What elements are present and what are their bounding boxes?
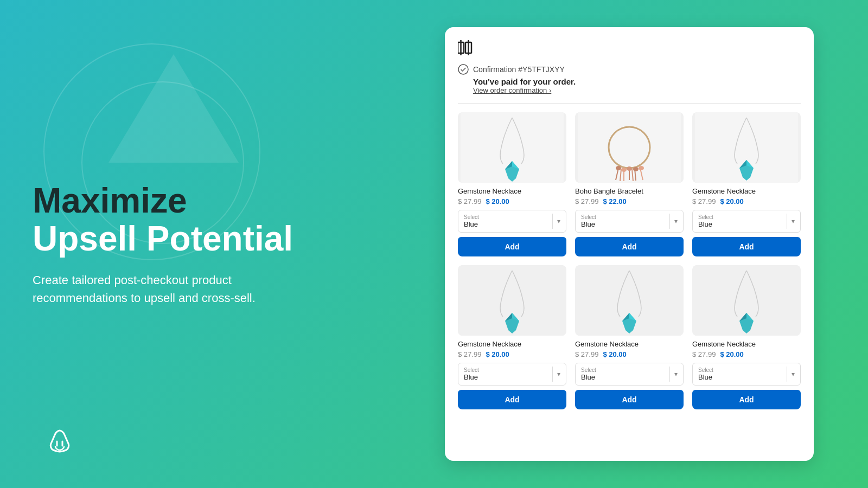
- select-divider-2: [669, 214, 670, 229]
- product-card-5: Gemstone Necklace $ 27.99 $ 20.00 Select…: [575, 265, 684, 409]
- color-select-4[interactable]: Select Blue ▾: [458, 363, 566, 386]
- product-grid: Gemstone Necklace $ 27.99 $ 20.00 Select…: [458, 112, 801, 409]
- select-value-6: Blue: [698, 373, 782, 381]
- product-image-3: [692, 112, 801, 183]
- price-original-6: $ 27.99: [692, 350, 716, 358]
- add-button-3[interactable]: Add: [692, 237, 801, 256]
- color-select-1[interactable]: Select Blue ▾: [458, 210, 566, 233]
- chevron-down-icon-3: ▾: [792, 217, 795, 225]
- product-card-2: Boho Bangle Bracelet $ 27.99 $ 22.00 Sel…: [575, 112, 684, 256]
- price-row-5: $ 27.99 $ 20.00: [575, 350, 684, 358]
- header-divider: [458, 103, 801, 104]
- price-sale-3: $ 20.00: [720, 197, 743, 206]
- headline: Maximize Upsell Potential: [33, 182, 304, 258]
- select-label-3: Select: [698, 215, 782, 220]
- svg-point-24: [639, 166, 644, 170]
- price-original-2: $ 27.99: [575, 197, 598, 206]
- select-value-3: Blue: [698, 220, 782, 228]
- product-image-6: [692, 265, 801, 336]
- chevron-down-icon-2: ▾: [674, 217, 678, 225]
- headline-line2: Upsell Potential: [33, 219, 293, 258]
- select-value-2: Blue: [581, 220, 665, 228]
- color-select-3[interactable]: Select Blue ▾: [692, 210, 801, 233]
- left-panel: Maximize Upsell Potential Create tailore…: [33, 182, 304, 307]
- select-content-4: Select Blue: [464, 368, 548, 381]
- select-content-2: Select Blue: [581, 215, 665, 228]
- order-header: Confirmation #Y5TFTJXYY You've paid for …: [458, 40, 801, 94]
- color-select-6[interactable]: Select Blue ▾: [692, 363, 801, 386]
- select-label-6: Select: [698, 368, 782, 373]
- bg-triangle: [108, 54, 239, 163]
- select-divider-4: [552, 367, 553, 382]
- select-label-5: Select: [581, 368, 665, 373]
- confirmation-row: Confirmation #Y5TFTJXYY: [458, 64, 801, 75]
- select-label-1: Select: [464, 215, 548, 220]
- select-divider-5: [669, 367, 670, 382]
- price-sale-5: $ 20.00: [603, 350, 626, 358]
- svg-point-20: [616, 166, 621, 170]
- price-sale-4: $ 20.00: [486, 350, 509, 358]
- add-button-1[interactable]: Add: [458, 237, 566, 256]
- logo-area: [43, 426, 76, 461]
- svg-point-21: [621, 168, 627, 172]
- select-divider-6: [787, 367, 787, 382]
- chevron-down-icon-4: ▾: [557, 370, 560, 378]
- product-card-4: Gemstone Necklace $ 27.99 $ 20.00 Select…: [458, 265, 566, 409]
- chevron-down-icon-5: ▾: [674, 370, 678, 378]
- color-select-5[interactable]: Select Blue ▾: [575, 363, 684, 386]
- product-image-2: [575, 112, 684, 183]
- price-original-1: $ 27.99: [458, 197, 481, 206]
- select-divider-1: [552, 214, 553, 229]
- select-value-1: Blue: [464, 220, 548, 228]
- svg-point-6: [458, 65, 468, 74]
- product-name-3: Gemstone Necklace: [692, 187, 801, 195]
- confirmation-number: Confirmation #Y5TFTJXYY: [473, 65, 565, 74]
- price-sale-6: $ 20.00: [720, 350, 743, 358]
- price-row-4: $ 27.99 $ 20.00: [458, 350, 566, 358]
- headline-line1: Maximize: [33, 181, 187, 220]
- product-name-2: Boho Bangle Bracelet: [575, 187, 684, 195]
- price-original-5: $ 27.99: [575, 350, 598, 358]
- add-button-2[interactable]: Add: [575, 237, 684, 256]
- add-button-6[interactable]: Add: [692, 390, 801, 409]
- chevron-down-icon-6: ▾: [792, 370, 795, 378]
- chevron-down-icon: ▾: [557, 217, 560, 225]
- select-label-2: Select: [581, 215, 665, 220]
- order-card: Confirmation #Y5TFTJXYY You've paid for …: [445, 27, 814, 461]
- select-content-6: Select Blue: [698, 368, 782, 381]
- subtext: Create tailored post-checkout product re…: [33, 271, 260, 306]
- product-name-5: Gemstone Necklace: [575, 340, 684, 348]
- add-button-5[interactable]: Add: [575, 390, 684, 409]
- product-card-3: Gemstone Necklace $ 27.99 $ 20.00 Select…: [692, 112, 801, 256]
- price-row-3: $ 27.99 $ 20.00: [692, 197, 801, 206]
- price-row-1: $ 27.99 $ 20.00: [458, 197, 566, 206]
- product-image-1: [458, 112, 566, 183]
- select-divider-3: [787, 214, 787, 229]
- product-image-5: [575, 265, 684, 336]
- product-name-4: Gemstone Necklace: [458, 340, 566, 348]
- svg-point-23: [633, 167, 639, 171]
- price-sale-1: $ 20.00: [486, 197, 509, 206]
- price-original-3: $ 27.99: [692, 197, 716, 206]
- product-name-6: Gemstone Necklace: [692, 340, 801, 348]
- price-row-6: $ 27.99 $ 20.00: [692, 350, 801, 358]
- select-label-4: Select: [464, 368, 548, 373]
- brand-logo-icon: [43, 426, 76, 459]
- select-content-3: Select Blue: [698, 215, 782, 228]
- order-paid-text: You've paid for your order.: [473, 77, 801, 86]
- product-name-1: Gemstone Necklace: [458, 187, 566, 195]
- svg-point-22: [627, 166, 632, 171]
- select-content-5: Select Blue: [581, 368, 665, 381]
- shopify-logo: [458, 40, 801, 59]
- add-button-4[interactable]: Add: [458, 390, 566, 409]
- price-sale-2: $ 22.00: [603, 197, 626, 206]
- product-image-4: [458, 265, 566, 336]
- select-value-4: Blue: [464, 373, 548, 381]
- select-content-1: Select Blue: [464, 215, 548, 228]
- color-select-2[interactable]: Select Blue ▾: [575, 210, 684, 233]
- check-circle-icon: [458, 64, 469, 75]
- select-value-5: Blue: [581, 373, 665, 381]
- product-card: Gemstone Necklace $ 27.99 $ 20.00 Select…: [458, 112, 566, 256]
- view-order-link[interactable]: View order confirmation ›: [473, 86, 801, 94]
- price-row-2: $ 27.99 $ 22.00: [575, 197, 684, 206]
